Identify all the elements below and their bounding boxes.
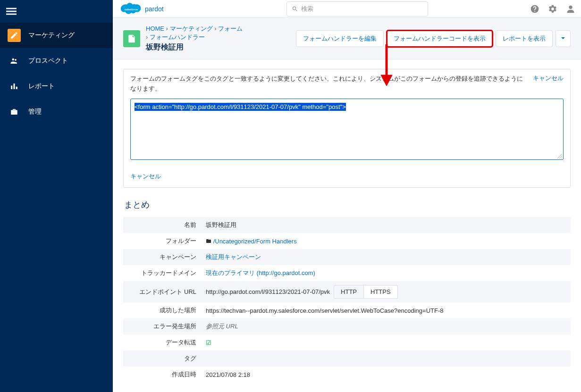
svg-point-4	[15, 59, 17, 61]
svg-rect-11	[130, 40, 134, 41]
svg-rect-6	[14, 83, 15, 89]
sidebar-item-label: プロスペクト	[28, 57, 68, 65]
value-error: 参照元 URL	[201, 318, 571, 334]
value-folder[interactable]: /Uncategorized/Form Handlers	[213, 238, 297, 245]
label-campaign: キャンペーン	[123, 249, 201, 265]
group-icon	[8, 54, 21, 67]
svg-rect-10	[130, 39, 134, 40]
cancel-link-top[interactable]: キャンセル	[533, 74, 564, 83]
value-tracker[interactable]: 現在のプライマリ (http://go.pardot.com)	[206, 269, 315, 276]
search-placeholder: 検索	[301, 5, 313, 13]
briefcase-icon	[8, 105, 21, 118]
resize-handle-icon[interactable]	[557, 154, 562, 158]
svg-text:salesforce: salesforce	[125, 8, 138, 11]
main-header: salesforce pardot 検索	[113, 0, 581, 17]
label-endpoint: エンドポイント URL	[123, 281, 201, 302]
breadcrumb: HOME › マーケティング › フォーム › フォームハンドラー	[146, 25, 243, 42]
crumb-form-handler[interactable]: フォームハンドラー	[150, 33, 205, 41]
sidebar-item-reports[interactable]: レポート	[0, 74, 113, 99]
sidebar-item-label: マーケティング	[28, 31, 75, 40]
crumb-form[interactable]: フォーム	[218, 25, 243, 32]
sidebar: マーケティング プロスペクト レポート 管理	[0, 0, 113, 392]
pencil-icon	[8, 29, 21, 42]
summary-heading: まとめ	[124, 199, 571, 210]
sidebar-item-label: 管理	[28, 108, 42, 116]
logo-sub: pardot	[145, 5, 164, 13]
svg-rect-1	[6, 11, 17, 12]
svg-point-3	[12, 58, 15, 61]
help-icon[interactable]	[529, 3, 540, 15]
label-error: エラー発生場所	[123, 318, 201, 334]
cancel-link-bottom[interactable]: キャンセル	[130, 173, 161, 180]
value-name: 坂野検証用	[201, 217, 571, 233]
svg-point-9	[569, 5, 572, 8]
hamburger-icon	[6, 6, 17, 17]
svg-rect-2	[6, 14, 17, 15]
label-folder: フォルダー	[123, 233, 201, 249]
folder-icon	[206, 238, 211, 244]
label-success: 成功した場所	[123, 302, 201, 318]
sidebar-item-marketing[interactable]: マーケティング	[0, 23, 113, 48]
user-icon[interactable]	[565, 3, 576, 15]
page-bar: HOME › マーケティング › フォーム › フォームハンドラー 坂野検証用 …	[113, 17, 581, 59]
http-toggle[interactable]: HTTP	[334, 285, 364, 298]
crumb-home[interactable]: HOME	[146, 25, 164, 32]
gear-icon[interactable]	[547, 3, 558, 15]
menu-toggle[interactable]	[0, 0, 23, 23]
value-success: https://techvan--pardot.my.salesforce.co…	[201, 302, 571, 318]
form-code: <form action="http://go.pardot.com/l/931…	[135, 103, 346, 111]
more-actions-button[interactable]	[556, 30, 571, 47]
svg-rect-7	[16, 87, 17, 89]
code-textarea[interactable]: <form action="http://go.pardot.com/l/931…	[130, 99, 564, 160]
edit-handler-button[interactable]: フォームハンドラーを編集	[296, 30, 384, 47]
page-title: 坂野検証用	[146, 42, 243, 52]
show-report-button[interactable]: レポートを表示	[496, 30, 553, 47]
panel-message: フォームのフォームタグをこのタグと一致するように変更してください。これにより、シ…	[130, 75, 523, 92]
protocol-toggle: HTTP HTTPS	[334, 285, 398, 299]
code-panel: フォームのフォームタグをこのタグと一致するように変更してください。これにより、シ…	[123, 69, 571, 188]
crumb-marketing[interactable]: マーケティング	[170, 25, 213, 32]
label-created: 作成日時	[123, 367, 201, 383]
value-endpoint: http://go.pardot.com/l/931123/2021-07-07…	[206, 288, 330, 295]
page-icon	[123, 30, 140, 47]
salesforce-cloud-icon: salesforce	[119, 1, 143, 17]
show-code-button[interactable]: フォームハンドラーコードを表示	[387, 30, 493, 47]
check-icon: ☑	[206, 339, 211, 346]
logo: salesforce pardot	[119, 1, 164, 17]
label-tracker: トラッカードメイン	[123, 265, 201, 281]
https-toggle[interactable]: HTTPS	[364, 285, 397, 298]
svg-rect-5	[11, 86, 12, 90]
label-name: 名前	[123, 217, 201, 233]
value-created: 2021/07/08 2:18	[201, 367, 571, 383]
search-input[interactable]: 検索	[286, 1, 428, 17]
bar-chart-icon	[8, 80, 21, 93]
sidebar-item-admin[interactable]: 管理	[0, 99, 113, 125]
sidebar-item-prospects[interactable]: プロスペクト	[0, 48, 113, 74]
svg-rect-0	[6, 8, 17, 9]
value-tag	[201, 350, 571, 367]
value-campaign[interactable]: 検証用キャンペーン	[206, 253, 261, 260]
label-tag: タグ	[123, 350, 201, 367]
summary-table: 名前 坂野検証用 フォルダー /Uncategorized/Form Handl…	[123, 217, 571, 383]
sidebar-item-label: レポート	[28, 82, 55, 91]
main: salesforce pardot 検索	[113, 0, 581, 392]
label-transfer: データ転送	[123, 334, 201, 350]
caret-down-icon	[561, 36, 565, 41]
search-icon	[292, 6, 298, 12]
